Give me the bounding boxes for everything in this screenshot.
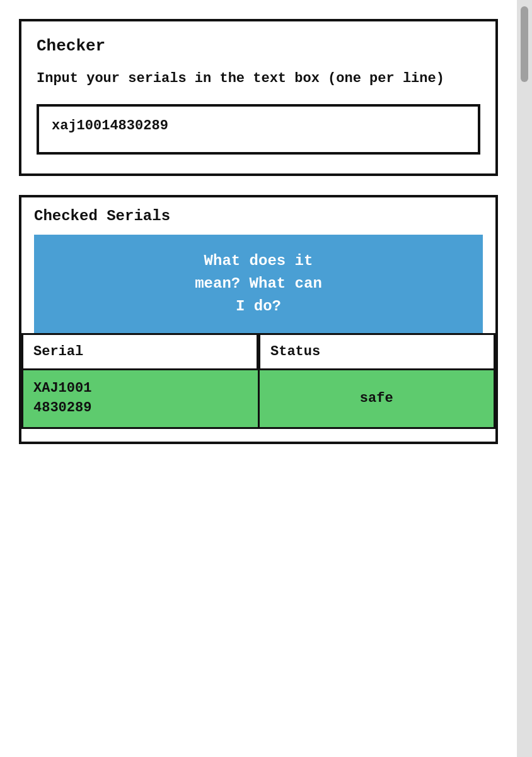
scrollbar[interactable] <box>517 0 532 757</box>
table-header-row: Serial Status <box>21 333 495 370</box>
checker-panel: Checker Input your serials in the text b… <box>19 19 498 176</box>
table-header-serial: Serial <box>21 333 258 370</box>
table-header-status: Status <box>258 333 495 370</box>
checked-serials-panel: Checked Serials What does it mean? What … <box>19 195 498 444</box>
table-row: XAJ1001 4830289 safe <box>21 370 495 429</box>
info-banner-text: What does it mean? What can I do? <box>47 250 470 318</box>
table-cell-status: safe <box>260 370 496 429</box>
scrollbar-thumb[interactable] <box>521 6 528 82</box>
checker-title: Checker <box>37 37 480 56</box>
serial-input-value: xaj10014830289 <box>52 118 168 134</box>
serial-input-box[interactable]: xaj10014830289 <box>37 104 480 155</box>
checked-serials-title: Checked Serials <box>21 197 495 235</box>
table-cell-serial: XAJ1001 4830289 <box>21 370 260 429</box>
info-banner[interactable]: What does it mean? What can I do? <box>34 235 483 333</box>
checker-instruction: Input your serials in the text box (one … <box>37 68 480 89</box>
